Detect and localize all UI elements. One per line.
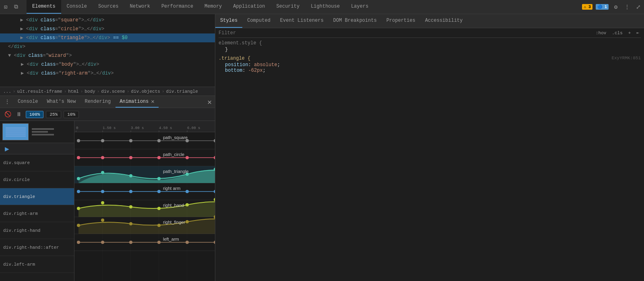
filter-input[interactable]: [219, 30, 277, 36]
tab-elements[interactable]: Elements: [27, 0, 61, 14]
css-prop-bottom: bottom: -62px;: [225, 68, 641, 73]
tab-application[interactable]: Application: [227, 0, 270, 14]
rule-source[interactable]: ExyYRMK:851: [611, 56, 641, 60]
tree-line-body[interactable]: ▶ <div class="body">…</div>: [0, 60, 215, 69]
settings-icon[interactable]: ⚙: [612, 3, 620, 11]
drawer-close-btn[interactable]: ✕: [207, 98, 212, 106]
svg-point-189: [101, 241, 104, 244]
tab-animations[interactable]: Animations ✕: [116, 96, 158, 108]
tree-line-wizard[interactable]: ▼ <div class="wizard">: [0, 51, 215, 60]
svg-point-125: [186, 190, 189, 193]
bottom-drawer: ⋮ Console What's New Rendering Animation…: [0, 96, 215, 281]
triangle-selector: .triangle { ExyYRMK:851: [219, 56, 641, 61]
svg-point-144: [101, 201, 104, 204]
svg-point-78: [157, 156, 161, 159]
svg-point-98: [77, 177, 80, 180]
tree-line-triangle[interactable]: ▶ <div class="triangle">…</div> == $0: [0, 33, 215, 42]
warning-badge: ⚠ 3: [582, 4, 592, 10]
breadcrumb-iframe[interactable]: ult.result-iframe: [17, 89, 62, 94]
breadcrumb-scene[interactable]: div.scene: [101, 89, 125, 94]
tree-line-close-div[interactable]: </div>: [0, 42, 215, 51]
pause-btn[interactable]: ⏸: [14, 110, 23, 119]
styles-tab-dom-breakpoints[interactable]: DOM Breakpoints: [328, 14, 382, 28]
right-panel: Styles Computed Event Listeners DOM Brea…: [215, 14, 644, 281]
styles-tab-computed[interactable]: Computed: [242, 14, 275, 28]
tab-console-drawer[interactable]: Console: [14, 96, 42, 108]
breadcrumb-objects[interactable]: div.objects: [131, 89, 160, 94]
svg-point-77: [129, 156, 132, 159]
dock-icon[interactable]: ⤢: [634, 3, 642, 11]
tab-network[interactable]: Network: [124, 0, 155, 14]
tab-security[interactable]: Security: [271, 0, 305, 14]
tab-console[interactable]: Console: [61, 0, 93, 14]
svg-point-124: [157, 190, 161, 193]
hov-button[interactable]: :hov: [594, 30, 608, 36]
timeline-tracks: path_square: [74, 132, 215, 281]
drawer-menu-icon[interactable]: ⋮: [3, 98, 11, 106]
timeline-header-row: ▶: [0, 143, 74, 154]
styles-tab-properties[interactable]: Properties: [382, 14, 420, 28]
svg-point-145: [129, 205, 132, 208]
styles-tab-event-listeners[interactable]: Event Listeners: [275, 14, 328, 28]
drawer-tabs: ⋮ Console What's New Rendering Animation…: [0, 96, 215, 108]
tab-layers[interactable]: Layers: [345, 0, 374, 14]
anim-row-right-hand-after[interactable]: div.right-hand::after: [0, 239, 74, 256]
anim-row-left-arm[interactable]: div.left-arm: [0, 256, 74, 273]
anim-row-right-arm[interactable]: div.right-arm: [0, 205, 74, 222]
device-icon[interactable]: ⧉: [12, 3, 20, 11]
svg-text:path_square: path_square: [163, 135, 188, 140]
anim-row-triangle[interactable]: div.triangle: [0, 188, 74, 205]
nav-icon-group: ⊡ ⧉: [2, 3, 23, 11]
breadcrumb-html[interactable]: html: [68, 89, 78, 94]
speed-10-btn[interactable]: 10%: [64, 111, 79, 118]
tab-performance[interactable]: Performance: [156, 0, 199, 14]
styles-content: :hov .cls + ⇤ element.style { } .triangl…: [215, 28, 644, 281]
breadcrumb-triangle[interactable]: div.triangle: [166, 89, 198, 94]
anim-row-right-hand[interactable]: div.right-hand: [0, 222, 74, 239]
tab-memory[interactable]: Memory: [199, 0, 227, 14]
svg-point-100: [129, 174, 132, 177]
element-style-rule: element.style { }: [219, 40, 641, 52]
tree-line-circle[interactable]: ▶ <div class="circle">…</div>: [0, 25, 215, 33]
clear-btn[interactable]: 🚫: [3, 110, 12, 119]
add-style-button[interactable]: +: [627, 30, 633, 36]
tree-line-square[interactable]: ▶ <div class="square">…</div>: [0, 16, 215, 25]
breadcrumb-body[interactable]: body: [85, 89, 95, 94]
tab-animations-close[interactable]: ✕: [151, 99, 154, 104]
inspect-icon[interactable]: ⊡: [2, 3, 10, 11]
styles-tab-accessibility[interactable]: Accessibility: [420, 14, 468, 28]
svg-point-165: [77, 224, 80, 227]
tab-whatsnew[interactable]: What's New: [43, 96, 80, 108]
anim-preview-lines: [32, 128, 54, 135]
tab-sources[interactable]: Sources: [93, 0, 124, 14]
tree-line-right-arm[interactable]: ▶ <div class="right-arm">…</div>: [0, 69, 215, 78]
svg-point-122: [101, 190, 104, 193]
animations-content: ▶ div.square div.circle div.triangle div…: [0, 121, 215, 281]
svg-point-79: [186, 156, 189, 159]
main-nav-tabs: Elements Console Sources Network Perform…: [27, 0, 374, 14]
speed-100-btn[interactable]: 100%: [26, 111, 43, 118]
svg-point-190: [129, 241, 132, 244]
play-btn[interactable]: ▶: [3, 145, 10, 152]
anim-row-square[interactable]: div.square: [0, 154, 74, 171]
styles-actions: :hov .cls + ⇤: [594, 30, 641, 36]
breadcrumb-ellipsis[interactable]: ...: [3, 89, 11, 94]
collapse-panel-btn[interactable]: ⇤: [635, 30, 641, 36]
svg-point-146: [157, 207, 161, 210]
svg-point-169: [186, 220, 189, 223]
speed-25-btn[interactable]: 25%: [46, 111, 61, 118]
styles-tab-styles[interactable]: Styles: [215, 14, 242, 28]
tab-rendering[interactable]: Rendering: [80, 96, 115, 108]
more-icon[interactable]: ⋮: [623, 3, 631, 11]
cls-button[interactable]: .cls: [610, 30, 624, 36]
anim-row-circle[interactable]: div.circle: [0, 171, 74, 188]
elements-tree: ▶ <div class="square">…</div> ▶ <div cla…: [0, 14, 215, 87]
styles-tab-bar: Styles Computed Event Listeners DOM Brea…: [215, 14, 644, 28]
styles-filter-row: :hov .cls + ⇤: [219, 30, 641, 38]
timeline-ruler: 0 1.50 s 3.00 s 4.50 s 6: [74, 121, 215, 132]
svg-point-191: [157, 241, 161, 244]
main-layout: ▶ <div class="square">…</div> ▶ <div cla…: [0, 14, 644, 281]
tab-lighthouse[interactable]: Lighthouse: [305, 0, 345, 14]
svg-point-143: [77, 207, 80, 210]
svg-text:4.50 s: 4.50 s: [159, 126, 172, 130]
